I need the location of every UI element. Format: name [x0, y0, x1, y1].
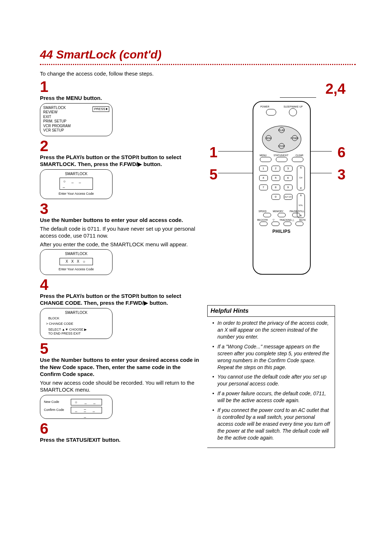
hint-item: You cannot use the default code after yo… [214, 373, 331, 387]
step-5-p1: Your new access code should be recorded.… [40, 379, 200, 393]
screen-4-line2: TO END PRESS EXIT [43, 332, 109, 336]
screen-1-item: REVIEW [43, 110, 71, 115]
number-1-button[interactable]: 1 [259, 166, 268, 171]
step-2-instruction: Press the PLAY/s button or the STOP/t bu… [40, 154, 200, 168]
screen-3-title: SMARTLOCK [43, 252, 109, 256]
screen-1-item: PRIM. SETUP [43, 119, 71, 124]
step-4-number: 4 [40, 277, 200, 292]
hint-item: If a power failure occurs, the default c… [214, 390, 331, 404]
number-4-button[interactable]: 4 [259, 175, 268, 181]
callout-5: 5 [209, 165, 217, 184]
intro-text: To change the access code, follow these … [40, 70, 356, 77]
status-exit-button[interactable] [276, 157, 287, 162]
number-9-button[interactable]: 9 [284, 185, 293, 190]
step-3-p1: The default code is 0711. If you have ne… [40, 225, 200, 239]
hint-item: If a "Wrong Code..." message appears on … [214, 343, 331, 371]
step-6-number: 6 [40, 421, 200, 436]
confirm-code-label: Confirm Code [44, 408, 69, 412]
page-title-text: SmartLock (cont'd) [56, 48, 161, 61]
screen-3-entry: X X X ☼ [60, 258, 93, 266]
callout-2-4: 2,4 [325, 79, 346, 98]
rew-button[interactable]: REW [266, 135, 271, 141]
ch-label: CH [299, 177, 302, 179]
press-label: PRESS [94, 107, 105, 111]
confirm-code-field: _ _ _ _ [71, 407, 102, 413]
step-4-instruction: Press the PLAY/s button or the STOP/t bu… [40, 292, 200, 307]
hint-item: In order to protect the privacy of the a… [214, 320, 331, 340]
ffwd-button[interactable]: F.FWD [292, 135, 298, 141]
menu-button[interactable] [260, 157, 271, 162]
screen-2-title: SMARTLOCK [43, 172, 109, 177]
remote-column: 2,4 1 5 6 3 POWER SLEEP/WAKE UP [207, 79, 356, 448]
number-0-button[interactable]: 0 [271, 194, 280, 200]
screen-1-item: SMARTLOCK [43, 106, 71, 110]
step-6-instruction: Press the STATUS/EXIT button. [40, 436, 200, 444]
helpful-hints-list: In order to protect the privacy of the a… [207, 317, 335, 448]
page-number: 44 [40, 48, 53, 61]
new-code-label: New Code [44, 400, 69, 404]
number-7-button[interactable]: 7 [259, 185, 268, 190]
number-5-button[interactable]: 5 [271, 175, 280, 181]
leader-line [218, 173, 253, 173]
screen-4-changecode: SMARTLOCK BLOCK > CHANGE CODE SELECT ▲▼ … [40, 308, 113, 339]
step-1-instruction: Press the MENU button. [40, 94, 200, 102]
play-button[interactable]: PLAY [279, 127, 285, 133]
number-8-button[interactable]: 8 [271, 185, 280, 190]
tracking-up-button[interactable] [283, 222, 291, 226]
callout-3: 3 [338, 165, 346, 184]
rec-otr-button[interactable] [260, 222, 268, 226]
screen-2-caption: Enter Your Access Code [43, 192, 109, 196]
page-title: 44 SmartLock (cont'd) [40, 47, 356, 62]
remote-control-icon: POWER SLEEP/WAKE UP PLAY REW F.FWD [253, 101, 311, 275]
number-3-button[interactable]: 3 [284, 166, 293, 171]
steps-column: 1 Press the MENU button. SMARTLOCK REVIE… [40, 79, 207, 448]
hint-item: If you connect the power cord to an AC o… [214, 407, 331, 441]
screen-3-caption: Enter Your Access Code [43, 267, 109, 271]
new-code-field: ☼ _ _ _ [71, 399, 102, 405]
callout-6: 6 [338, 143, 346, 162]
vol-label: VOL [299, 204, 303, 207]
screen-1-menu: SMARTLOCK REVIEW EXIT PRIM. SETUP VCR PR… [40, 103, 113, 136]
step-3-p2: After you enter the code, the SMARTLOCK … [40, 241, 200, 248]
title-rule [40, 64, 356, 65]
screen-5-newcode: New Code ☼ _ _ _ Confirm Code _ _ _ _ [40, 395, 113, 419]
screen-2-smartlock: SMARTLOCK ☼ _ _ _ Enter Your Access Code [40, 169, 113, 199]
ch-up-icon: ∧ [300, 166, 302, 170]
screen-2-entry: ☼ _ _ _ [60, 178, 93, 190]
press-indicator: PRESS [93, 106, 109, 112]
clear-button[interactable] [292, 157, 303, 162]
screen-1-item: EXIT [43, 115, 71, 120]
play-arrow-icon [106, 108, 108, 110]
brand-logo: PHILIPS [253, 229, 310, 235]
memory-button[interactable] [278, 213, 286, 217]
leader-line [280, 97, 316, 98]
screen-4-item2: > CHANGE CODE [43, 322, 109, 326]
mute-button[interactable] [295, 222, 303, 226]
ch-down-icon: ∨ [300, 186, 302, 190]
step-2-number: 2 [40, 138, 200, 154]
screen-1-item: VCR SETUP [43, 128, 71, 133]
sleep-wake-button[interactable] [289, 108, 297, 116]
power-button[interactable] [266, 109, 276, 116]
step-3-number: 3 [40, 201, 200, 217]
number-2-button[interactable]: 2 [271, 166, 280, 171]
step-3-instruction: Use the Number buttons to enter your old… [40, 217, 200, 224]
step-1-number: 1 [40, 79, 200, 94]
screen-3-smartlock: SMARTLOCK X X X ☼ Enter Your Access Code [40, 249, 113, 275]
callout-1: 1 [209, 143, 217, 162]
pause-still-button[interactable] [292, 213, 300, 217]
screen-4-title: SMARTLOCK [43, 311, 109, 315]
vol-up-icon: ∧ [300, 194, 302, 197]
helpful-hints-title: Helpful Hints [207, 305, 335, 317]
screen-1-item: VCR PROGRAM [43, 124, 71, 129]
alt-ch-button[interactable]: ALT CH [284, 194, 293, 200]
leader-line [218, 151, 253, 151]
screen-4-item1: BLOCK [43, 316, 109, 320]
channel-rocker[interactable]: ∧ CH ∨ [297, 166, 305, 190]
step-5-instruction: Use the Number buttons to enter your des… [40, 356, 200, 378]
speed-button[interactable] [263, 213, 271, 217]
tracking-down-button[interactable] [271, 222, 279, 226]
step-5-number: 5 [40, 341, 200, 356]
number-6-button[interactable]: 6 [284, 175, 293, 181]
stop-button[interactable]: STOP [279, 143, 285, 149]
